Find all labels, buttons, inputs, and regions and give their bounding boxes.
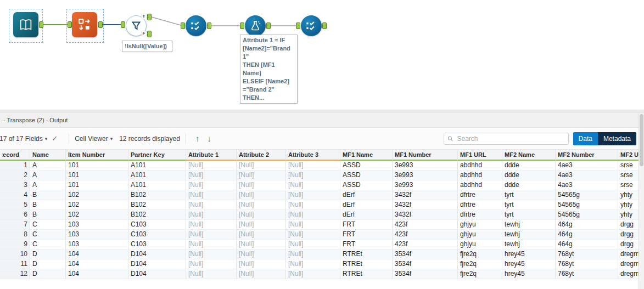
transpose-tool[interactable] [72, 12, 97, 37]
table-cell[interactable]: [Null] [237, 250, 286, 259]
table-cell[interactable]: B [30, 190, 66, 200]
table-cell[interactable]: [Null] [237, 171, 286, 180]
table-cell[interactable]: fjre2q [458, 250, 502, 259]
table-row[interactable]: 9C103C103[Null][Null][Null]FRT423fghjyut… [0, 240, 644, 250]
table-cell[interactable]: [Null] [186, 190, 237, 200]
table-row[interactable]: 11D104D104[Null][Null][Null]RTREt3534ffj… [0, 259, 644, 269]
table-row[interactable]: 2A101A101[Null][Null][Null]ASSD3e993abdh… [0, 171, 644, 180]
vertical-scrollbar[interactable] [639, 113, 644, 289]
table-cell[interactable]: [Null] [286, 259, 340, 269]
table-cell[interactable]: 102 [66, 210, 128, 220]
table-row[interactable]: 1A101A101[Null][Null][Null]ASSD3e993abdh… [0, 161, 644, 171]
table-cell[interactable]: [Null] [286, 230, 340, 240]
table-cell[interactable]: [Null] [237, 259, 286, 269]
table-cell[interactable]: D104 [128, 250, 186, 259]
table-cell[interactable]: 3432f [393, 190, 458, 200]
table-cell[interactable]: dErf [340, 210, 393, 220]
tool-annotation-filter[interactable]: !IsNull([Value]) [122, 41, 172, 52]
table-cell[interactable]: [Null] [286, 200, 340, 210]
table-cell[interactable]: [Null] [237, 240, 286, 250]
table-cell[interactable]: ddde [502, 180, 556, 190]
table-cell[interactable]: [Null] [237, 269, 286, 279]
table-cell[interactable]: 768yt [556, 259, 618, 269]
table-cell[interactable]: 3432f [393, 210, 458, 220]
table-cell[interactable]: [Null] [286, 240, 340, 250]
table-cell[interactable]: tyrt [502, 210, 556, 220]
table-cell[interactable]: dfrtre [458, 210, 502, 220]
table-cell[interactable]: 54565g [556, 210, 618, 220]
table-cell[interactable]: [Null] [186, 171, 237, 180]
table-cell[interactable]: 103 [66, 220, 128, 230]
table-cell[interactable]: dErf [340, 200, 393, 210]
table-cell[interactable]: ghjyu [458, 220, 502, 230]
table-row[interactable]: 8C103C103[Null][Null][Null]FRT423fghjyut… [0, 230, 644, 240]
column-header[interactable]: Attribute 1 [186, 150, 237, 161]
table-cell[interactable]: 3e993 [393, 161, 458, 171]
table-cell[interactable]: 102 [66, 190, 128, 200]
table-cell[interactable]: [Null] [237, 220, 286, 230]
table-cell[interactable]: 464g [556, 240, 618, 250]
table-cell[interactable]: 54565g [556, 200, 618, 210]
table-cell[interactable]: abdhhd [458, 171, 502, 180]
table-row[interactable]: 4B102B102[Null][Null][Null]dErf3432fdfrt… [0, 190, 644, 200]
column-header[interactable]: MF2 Number [556, 150, 618, 161]
table-cell[interactable]: 464g [556, 220, 618, 230]
output-anchor[interactable] [322, 22, 327, 29]
table-cell[interactable]: B102 [128, 200, 186, 210]
table-cell[interactable]: [Null] [237, 230, 286, 240]
record-number-cell[interactable]: 1 [0, 161, 30, 171]
table-cell[interactable]: A101 [128, 171, 186, 180]
table-cell[interactable]: [Null] [237, 210, 286, 220]
table-cell[interactable]: D [30, 250, 66, 259]
apply-check-icon[interactable]: ✓ [52, 134, 58, 143]
column-header[interactable]: MF1 Number [393, 150, 458, 161]
table-cell[interactable]: 54565g [556, 190, 618, 200]
output-anchor[interactable] [266, 22, 271, 29]
record-number-cell[interactable]: 10 [0, 250, 30, 259]
table-cell[interactable]: A [30, 161, 66, 171]
table-cell[interactable]: [Null] [237, 190, 286, 200]
table-cell[interactable]: RTREt [340, 259, 393, 269]
table-cell[interactable]: tyrt [502, 190, 556, 200]
table-row[interactable]: 6B102B102[Null][Null][Null]dErf3432fdfrt… [0, 210, 644, 220]
fields-dropdown[interactable]: 17 of 17 Fields ▾ [4, 135, 47, 143]
table-cell[interactable]: abdhhd [458, 161, 502, 171]
table-cell[interactable]: 3534f [393, 250, 458, 259]
table-cell[interactable]: C103 [128, 220, 186, 230]
metadata-tab[interactable]: Metadata [598, 132, 636, 145]
table-cell[interactable]: tewhj [502, 240, 556, 250]
table-cell[interactable]: 101 [66, 180, 128, 190]
table-cell[interactable]: ghjyu [458, 240, 502, 250]
table-cell[interactable]: hrey45 [502, 250, 556, 259]
filter-true-anchor[interactable] [147, 14, 152, 20]
table-cell[interactable]: 104 [66, 250, 128, 259]
column-header[interactable]: Attribute 3 [286, 150, 340, 161]
table-cell[interactable]: A101 [128, 161, 186, 171]
select-tool-1[interactable] [186, 15, 206, 36]
input-data-tool[interactable] [13, 12, 38, 37]
table-row[interactable]: 5B102B102[Null][Null][Null]dErf3432fdfrt… [0, 200, 644, 210]
data-tab[interactable]: Data [573, 132, 598, 145]
output-anchor[interactable] [39, 21, 43, 28]
table-cell[interactable]: D104 [128, 259, 186, 269]
table-cell[interactable]: 464g [556, 230, 618, 240]
output-anchor[interactable] [207, 22, 211, 29]
table-cell[interactable]: 104 [66, 259, 128, 269]
table-cell[interactable]: 101 [66, 161, 128, 171]
table-cell[interactable]: [Null] [237, 180, 286, 190]
table-cell[interactable]: FRT [340, 240, 393, 250]
input-anchor[interactable] [240, 22, 244, 29]
table-cell[interactable]: RTREt [340, 250, 393, 259]
table-cell[interactable]: [Null] [286, 250, 340, 259]
table-cell[interactable]: 104 [66, 269, 128, 279]
record-number-cell[interactable]: 8 [0, 230, 30, 240]
arrow-up-icon[interactable]: ↑ [195, 134, 200, 143]
table-cell[interactable]: dfrtre [458, 190, 502, 200]
workflow-canvas[interactable]: T F !IsNull([Value]) Attri [0, 0, 644, 111]
record-number-cell[interactable]: 11 [0, 259, 30, 269]
table-cell[interactable]: A [30, 171, 66, 180]
table-cell[interactable]: 3e993 [393, 171, 458, 180]
table-cell[interactable]: [Null] [186, 220, 237, 230]
column-header[interactable]: Item Number [66, 150, 128, 161]
table-cell[interactable]: [Null] [186, 230, 237, 240]
